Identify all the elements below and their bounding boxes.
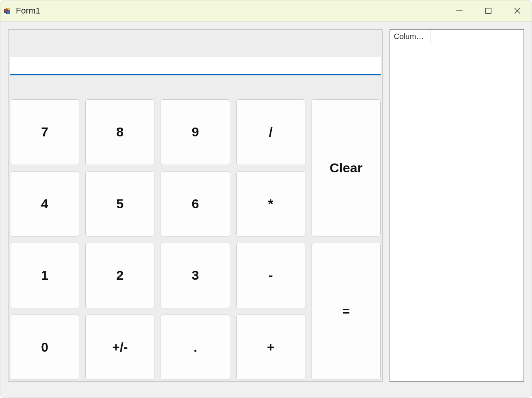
titlebar[interactable]: Form1 xyxy=(0,0,532,22)
close-button[interactable] xyxy=(503,0,532,21)
key-3[interactable]: 3 xyxy=(161,243,230,308)
key-equals[interactable]: = xyxy=(312,243,381,380)
key-divide[interactable]: / xyxy=(236,99,305,165)
maximize-button[interactable] xyxy=(474,0,503,21)
key-6[interactable]: 6 xyxy=(161,171,230,237)
display-wrap xyxy=(10,57,381,75)
window-controls xyxy=(445,0,532,21)
calculator-panel: 7 8 9 / Clear 4 5 6 * 1 2 3 - = xyxy=(8,29,383,382)
listview-header: Column... xyxy=(390,30,524,44)
key-5[interactable]: 5 xyxy=(85,171,154,237)
client-area: 7 8 9 / Clear 4 5 6 * 1 2 3 - = xyxy=(0,22,532,398)
keypad: 7 8 9 / Clear 4 5 6 * 1 2 3 - = xyxy=(10,99,381,380)
key-add[interactable]: + xyxy=(236,315,305,380)
app-icon xyxy=(4,7,13,15)
key-7[interactable]: 7 xyxy=(10,99,79,165)
key-4[interactable]: 4 xyxy=(10,171,79,237)
key-multiply[interactable]: * xyxy=(236,171,305,237)
key-1[interactable]: 1 xyxy=(10,243,79,308)
listview-column-1[interactable]: Column... xyxy=(390,30,430,44)
key-subtract[interactable]: - xyxy=(236,243,305,308)
key-decimal[interactable]: . xyxy=(161,315,230,380)
key-9[interactable]: 9 xyxy=(161,99,230,165)
key-sign[interactable]: +/- xyxy=(85,315,154,380)
titlebar-left: Form1 xyxy=(4,6,41,16)
key-clear[interactable]: Clear xyxy=(312,99,381,236)
svg-rect-1 xyxy=(486,8,491,14)
minimize-button[interactable] xyxy=(445,0,474,21)
display-input[interactable] xyxy=(10,57,381,75)
main-row: 7 8 9 / Clear 4 5 6 * 1 2 3 - = xyxy=(8,29,524,390)
history-listview[interactable]: Column... xyxy=(390,29,524,382)
app-window: Form1 7 8 9 xyxy=(0,0,532,398)
key-2[interactable]: 2 xyxy=(85,243,154,308)
window-title: Form1 xyxy=(16,6,41,16)
key-8[interactable]: 8 xyxy=(85,99,154,165)
key-0[interactable]: 0 xyxy=(10,315,79,380)
